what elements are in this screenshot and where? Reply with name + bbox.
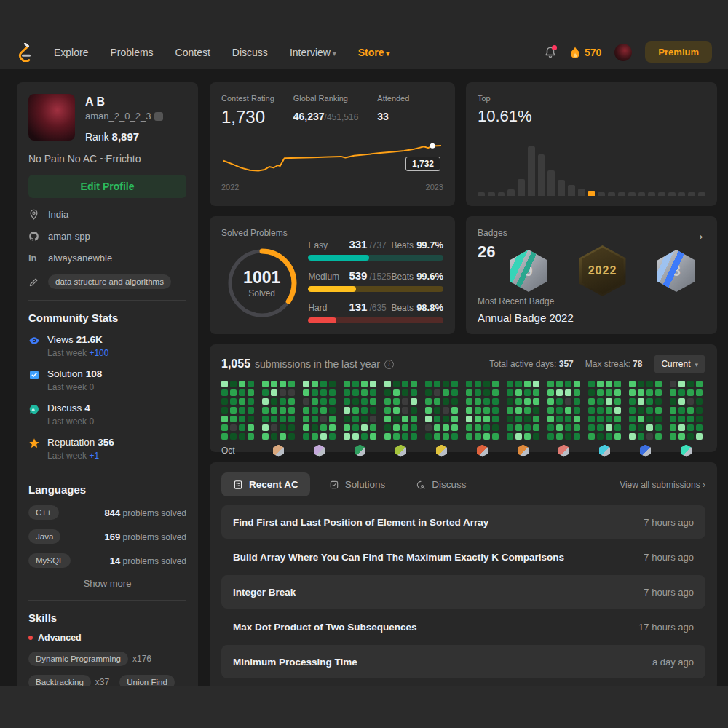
heatmap-cell[interactable] (597, 424, 604, 431)
heatmap-cell[interactable] (402, 398, 408, 405)
heatmap-cell[interactable] (515, 381, 522, 387)
heatmap-cell[interactable] (271, 381, 277, 387)
heatmap-cell[interactable] (614, 398, 621, 405)
heatmap-cell[interactable] (483, 389, 490, 396)
heatmap-cell[interactable] (393, 398, 400, 405)
streak-points[interactable]: 570 (570, 46, 601, 58)
heatmap-cell[interactable] (515, 398, 522, 405)
heatmap-cell[interactable] (670, 389, 676, 396)
heatmap-cell[interactable] (547, 424, 554, 431)
heatmap-cell[interactable] (262, 433, 269, 440)
heatmap-cell[interactable] (434, 407, 440, 414)
heatmap-cell[interactable] (221, 398, 228, 405)
heatmap-cell[interactable] (655, 433, 662, 440)
heatmap-cell[interactable] (425, 416, 432, 422)
heatmap-cell[interactable] (451, 381, 458, 387)
heatmap-cell[interactable] (248, 424, 254, 431)
heatmap-cell[interactable] (411, 424, 417, 431)
heatmap-cell[interactable] (434, 433, 440, 440)
heatmap-cell[interactable] (352, 381, 359, 387)
heatmap-cell[interactable] (556, 416, 563, 422)
heatmap-cell[interactable] (574, 433, 580, 440)
heatmap-cell[interactable] (248, 407, 254, 414)
heatmap-cell[interactable] (352, 398, 359, 405)
heatmap-cell[interactable] (344, 398, 350, 405)
heatmap-cell[interactable] (352, 433, 359, 440)
heatmap-cell[interactable] (629, 381, 636, 387)
monthly-badge-icon-jun[interactable] (558, 445, 569, 457)
heatmap-cell[interactable] (678, 389, 685, 396)
heatmap-cell[interactable] (303, 433, 309, 440)
heatmap-cell[interactable] (492, 389, 499, 396)
heatmap-cell[interactable] (646, 381, 653, 387)
heatmap-cell[interactable] (466, 381, 472, 387)
heatmap-cell[interactable] (556, 381, 563, 387)
heatmap-cell[interactable] (515, 407, 522, 414)
heatmap-cell[interactable] (588, 433, 595, 440)
heatmap-cell[interactable] (588, 398, 595, 405)
heatmap-cell[interactable] (466, 433, 472, 440)
heatmap-cell[interactable] (574, 398, 580, 405)
heatmap-cell[interactable] (443, 398, 449, 405)
heatmap-cell[interactable] (533, 433, 539, 440)
heatmap-cell[interactable] (262, 407, 269, 414)
heatmap-cell[interactable] (466, 424, 472, 431)
heatmap-cell[interactable] (352, 416, 359, 422)
heatmap-cell[interactable] (370, 433, 376, 440)
tab-solutions[interactable]: Solutions (317, 472, 397, 496)
heatmap-cell[interactable] (614, 407, 621, 414)
heatmap-cell[interactable] (411, 407, 417, 414)
heatmap-cell[interactable] (547, 381, 554, 387)
skill-pill[interactable]: Backtracking (28, 675, 91, 686)
heatmap-cell[interactable] (678, 433, 685, 440)
heatmap-cell[interactable] (638, 407, 644, 414)
submission-row[interactable]: Minimum Processing Time a day ago (221, 645, 705, 678)
heatmap-cell[interactable] (361, 398, 368, 405)
monthly-badge-icon-may[interactable] (518, 445, 529, 457)
heatmap-cell[interactable] (524, 433, 531, 440)
nav-interview-dropdown[interactable]: Interview (290, 47, 336, 58)
heatmap-cell[interactable] (638, 381, 644, 387)
heatmap-cell[interactable] (483, 433, 490, 440)
heatmap-cell[interactable] (483, 416, 490, 422)
heatmap-cell[interactable] (687, 398, 694, 405)
monthly-badge-icon-sep[interactable] (681, 445, 692, 457)
heatmap-cell[interactable] (393, 433, 400, 440)
heatmap-cell[interactable] (344, 416, 350, 422)
heatmap-cell[interactable] (547, 433, 554, 440)
monthly-badge-icon-feb[interactable] (395, 445, 406, 457)
heatmap-cell[interactable] (402, 433, 408, 440)
heatmap-cell[interactable] (370, 381, 376, 387)
heatmap-cell[interactable] (288, 389, 295, 396)
heatmap-cell[interactable] (239, 398, 245, 405)
heatmap-cell[interactable] (507, 389, 513, 396)
heatmap-cell[interactable] (320, 416, 327, 422)
heatmap-cell[interactable] (492, 424, 499, 431)
heatmap-cell[interactable] (483, 381, 490, 387)
heatmap-cell[interactable] (687, 407, 694, 414)
heatmap-cell[interactable] (533, 381, 539, 387)
heatmap-cell[interactable] (483, 407, 490, 414)
language-pill[interactable]: MySQL (28, 553, 71, 568)
submission-row[interactable]: Find First and Last Position of Element … (221, 505, 705, 539)
profile-avatar[interactable] (28, 94, 75, 141)
heatmap-cell[interactable] (262, 398, 269, 405)
view-all-submissions-link[interactable]: View all submissions › (620, 480, 705, 490)
heatmap-cell[interactable] (574, 389, 580, 396)
heatmap-cell[interactable] (547, 416, 554, 422)
heatmap-cell[interactable] (303, 389, 309, 396)
heatmap-cell[interactable] (629, 433, 636, 440)
heatmap-cell[interactable] (696, 433, 703, 440)
nav-contest[interactable]: Contest (175, 47, 210, 58)
heatmap-cell[interactable] (678, 424, 685, 431)
heatmap-cell[interactable] (606, 424, 612, 431)
heatmap-cell[interactable] (574, 416, 580, 422)
heatmap-cell[interactable] (411, 389, 417, 396)
heatmap-cell[interactable] (597, 389, 604, 396)
heatmap-cell[interactable] (230, 398, 237, 405)
heatmap-cell[interactable] (262, 416, 269, 422)
heatmap-cell[interactable] (352, 407, 359, 414)
heatmap-cell[interactable] (329, 416, 336, 422)
heatmap-cell[interactable] (393, 381, 400, 387)
heatmap-cell[interactable] (565, 416, 571, 422)
